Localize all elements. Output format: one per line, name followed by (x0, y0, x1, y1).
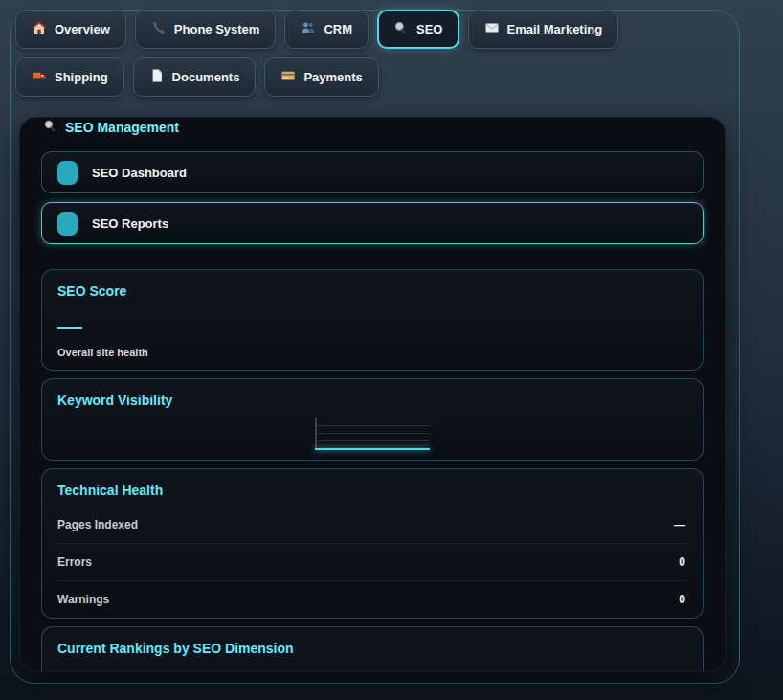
tab-label: Phone System (174, 22, 260, 36)
envelope-icon (484, 20, 500, 38)
technical-health-card: Technical Health Pages Indexed — Errors … (41, 468, 704, 619)
credit-card-icon (280, 68, 296, 86)
menu-item-label: SEO Dashboard (92, 166, 187, 180)
tab-shipping[interactable]: Shipping (15, 57, 124, 97)
tab-overview[interactable]: Overview (15, 10, 126, 49)
top-navigation: Overview Phone System CRM SEO Email Mark… (15, 10, 685, 97)
card-title: Technical Health (57, 483, 687, 498)
tab-label: Shipping (55, 70, 108, 84)
stat-label: Errors (57, 555, 92, 569)
seo-score-value: — (57, 314, 687, 339)
stat-row-on-page-seo: On-Page SEO — (57, 665, 687, 672)
home-icon (32, 20, 47, 38)
users-icon (301, 20, 316, 38)
tab-label: SEO (416, 22, 442, 36)
menu-item-label: SEO Reports (92, 216, 168, 231)
seo-score-card: SEO Score — Overall site health (41, 269, 704, 371)
menu-item-seo-reports[interactable]: SEO Reports (41, 202, 704, 244)
truck-icon (32, 68, 47, 86)
current-rankings-card: Current Rankings by SEO Dimension On-Pag… (41, 626, 704, 672)
tab-label: Documents (172, 70, 240, 84)
keyword-visibility-card: Keyword Visibility (41, 378, 704, 461)
tab-crm[interactable]: CRM (284, 10, 369, 49)
seo-reports-icon (57, 212, 78, 236)
card-title: Current Rankings by SEO Dimension (57, 641, 687, 656)
menu-item-seo-dashboard[interactable]: SEO Dashboard (41, 151, 704, 193)
stat-row-errors: Errors 0 (57, 544, 687, 581)
seo-dashboard-icon (57, 161, 78, 185)
tab-payments[interactable]: Payments (264, 57, 378, 97)
stat-value: 0 (679, 555, 685, 569)
search-icon (393, 20, 409, 38)
document-icon (149, 68, 165, 86)
stat-value: 0 (679, 593, 685, 606)
seo-score-subtitle: Overall site health (57, 347, 687, 358)
card-title: Keyword Visibility (57, 393, 687, 408)
chart-baseline (315, 448, 430, 450)
tab-phone-system[interactable]: Phone System (135, 10, 277, 49)
stat-value: — (674, 518, 685, 531)
stat-label: Warnings (57, 593, 109, 606)
tab-documents[interactable]: Documents (133, 57, 257, 97)
phone-icon (151, 20, 167, 38)
tab-label: Email Marketing (507, 22, 603, 36)
card-title: SEO Score (57, 283, 687, 299)
stat-label: Pages Indexed (57, 518, 138, 531)
search-icon (43, 119, 57, 136)
stat-row-pages-indexed: Pages Indexed — (57, 507, 687, 544)
tab-email-marketing[interactable]: Email Marketing (468, 10, 619, 49)
seo-management-panel: SEO Management SEO Dashboard SEO Reports… (19, 117, 726, 672)
stat-row-warnings: Warnings 0 (57, 581, 687, 618)
tab-label: Overview (55, 22, 110, 36)
tab-label: CRM (324, 22, 352, 36)
panel-header: SEO Management (43, 119, 704, 136)
keyword-visibility-chart (315, 418, 430, 450)
tab-seo[interactable]: SEO (377, 10, 459, 49)
tab-label: Payments (303, 70, 362, 84)
panel-title: SEO Management (65, 120, 179, 135)
